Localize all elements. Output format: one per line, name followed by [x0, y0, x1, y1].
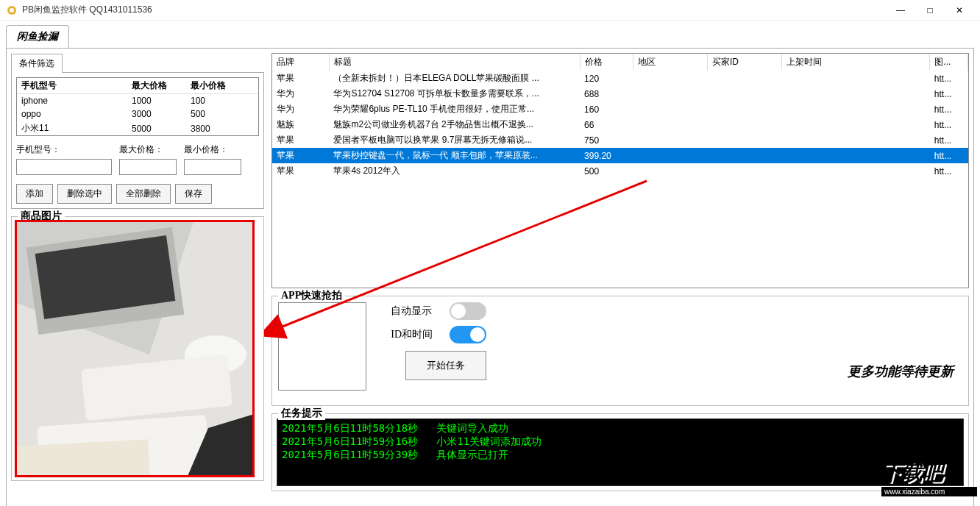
log-line: 2021年5月6日11时59分39秒 具体显示已打开: [282, 449, 959, 462]
result-row[interactable]: 苹果苹果4s 2012年入500htt...: [272, 163, 968, 179]
model-input[interactable]: [16, 159, 112, 175]
col-max[interactable]: 最大价格: [127, 78, 186, 94]
col-brand[interactable]: 品牌: [272, 54, 329, 71]
window-title: PB闲鱼监控软件 QQ1431011536: [22, 4, 886, 16]
min-price-input[interactable]: [184, 159, 241, 175]
filter-row: 小米1150003800: [17, 121, 258, 136]
product-image-placeholder: [17, 222, 252, 475]
label-auto-show: 自动显示: [391, 304, 450, 318]
watermark-url: www.xiazaiba.com: [881, 487, 977, 496]
toggle-id-time[interactable]: [450, 326, 486, 343]
left-panel: 条件筛选 手机型号 最大价格 最小价格 iphone1000100 oppo30…: [11, 53, 264, 487]
filter-panel: 手机型号 最大价格 最小价格 iphone1000100 oppo3000500…: [11, 72, 264, 209]
watermark: 下载吧 www.xiazaiba.com: [881, 459, 977, 503]
col-price[interactable]: 价格: [580, 54, 633, 71]
result-row[interactable]: 魅族魅族m2公司做业务机器7台 2手物品售出概不退换...66htt...: [272, 117, 968, 132]
filter-table[interactable]: 手机型号 最大价格 最小价格 iphone1000100 oppo3000500…: [16, 77, 259, 136]
max-price-input[interactable]: [119, 159, 177, 175]
result-row[interactable]: 华为华为S12704 S12708 可拆单板卡数量多需要联系，...688htt…: [272, 86, 968, 101]
main-tab-strip: 闲鱼捡漏: [0, 21, 980, 48]
more-features-text: 更多功能等待更新: [848, 363, 954, 380]
label-id-time: ID和时间: [391, 328, 450, 341]
result-row[interactable]: 华为华为荣耀6plus PE-TL10 手机使用很好，使用正常...160htt…: [272, 101, 968, 117]
app-legend: APP快速抢拍: [278, 289, 345, 302]
watermark-text: 下载吧: [881, 459, 977, 487]
window-titlebar: PB闲鱼监控软件 QQ1431011536 — □ ✕: [0, 0, 980, 21]
col-img[interactable]: 图...: [930, 54, 968, 71]
col-listed[interactable]: 上架时间: [782, 54, 930, 71]
tab-filter[interactable]: 条件筛选: [11, 54, 63, 73]
qr-box: [278, 302, 366, 391]
col-min[interactable]: 最小价格: [186, 78, 258, 94]
log-line: 2021年5月6日11时58分18秒 关键词导入成功: [282, 422, 959, 435]
label-model: 手机型号：: [16, 143, 112, 156]
main-tab-body: 条件筛选 手机型号 最大价格 最小价格 iphone1000100 oppo30…: [6, 48, 974, 506]
delete-selected-button[interactable]: 删除选中: [57, 184, 112, 204]
add-button[interactable]: 添加: [16, 184, 53, 204]
tab-xianyu[interactable]: 闲鱼捡漏: [6, 25, 69, 48]
toggle-auto-show[interactable]: [450, 302, 486, 320]
results-table[interactable]: 品牌 标题 价格 地区 买家ID 上架时间 图... 苹果（全新未拆封！）日本E…: [271, 53, 969, 288]
col-title[interactable]: 标题: [329, 54, 580, 71]
col-model[interactable]: 手机型号: [17, 78, 127, 94]
result-row[interactable]: 苹果爱国者平板电脑可以换苹果 9.7屏幕无拆无修箱说...750htt...: [272, 132, 968, 148]
close-button[interactable]: ✕: [945, 0, 974, 21]
right-panel: 品牌 标题 价格 地区 买家ID 上架时间 图... 苹果（全新未拆封！）日本E…: [271, 53, 969, 506]
filter-row: iphone1000100: [17, 94, 258, 108]
label-max: 最大价格：: [119, 143, 177, 156]
minimize-button[interactable]: —: [886, 0, 915, 21]
product-image: [15, 220, 255, 477]
task-log[interactable]: 2021年5月6日11时58分18秒 关键词导入成功 2021年5月6日11时5…: [277, 418, 964, 486]
maximize-button[interactable]: □: [915, 0, 945, 21]
task-legend: 任务提示: [278, 407, 325, 420]
col-buyer[interactable]: 买家ID: [707, 54, 781, 71]
qr-placeholder: [278, 302, 366, 391]
label-min: 最小价格：: [184, 143, 241, 156]
delete-all-button[interactable]: 全部删除: [116, 184, 171, 204]
filter-row: oppo3000500: [17, 107, 258, 121]
svg-point-1: [10, 8, 14, 13]
product-image-group: 商品图片: [11, 216, 264, 481]
result-row[interactable]: 苹果（全新未拆封！）日本ELEGA DOLL苹果碳酸面膜 ...120htt..…: [272, 71, 968, 86]
result-row[interactable]: 苹果苹果秒控键盘一代，鼠标一代 顺丰包邮，苹果原装...399.20htt...: [272, 148, 968, 163]
app-quick-grab-group: APP快速抢拍 自动显示 ID和时间 开始任务 更多功能等待更新: [271, 296, 969, 406]
task-log-group: 任务提示 2021年5月6日11时58分18秒 关键词导入成功 2021年5月6…: [271, 413, 969, 491]
col-region[interactable]: 地区: [633, 54, 707, 71]
log-line: 2021年5月6日11时59分16秒 小米11关键词添加成功: [282, 435, 959, 449]
app-icon: [6, 4, 18, 16]
save-button[interactable]: 保存: [175, 184, 212, 204]
start-task-button[interactable]: 开始任务: [405, 351, 486, 380]
